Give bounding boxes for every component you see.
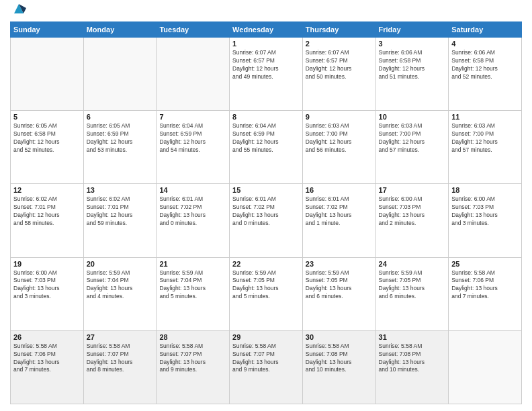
day-number: 18 (451, 186, 519, 194)
day-number: 10 (379, 113, 446, 121)
day-number: 8 (232, 113, 300, 121)
day-info: Sunrise: 6:07 AM Sunset: 6:57 PM Dayligh… (232, 49, 300, 81)
calendar-cell: 6Sunrise: 6:05 AM Sunset: 6:59 PM Daylig… (83, 111, 157, 184)
logo (10, 7, 26, 16)
day-number: 21 (159, 260, 226, 268)
calendar-cell: 31Sunrise: 5:58 AM Sunset: 7:08 PM Dayli… (375, 330, 449, 404)
day-number: 2 (306, 40, 373, 48)
day-info: Sunrise: 6:07 AM Sunset: 6:57 PM Dayligh… (306, 49, 373, 81)
day-info: Sunrise: 6:01 AM Sunset: 7:02 PM Dayligh… (159, 195, 226, 228)
day-number: 4 (451, 40, 519, 48)
day-info: Sunrise: 6:06 AM Sunset: 6:58 PM Dayligh… (379, 49, 446, 81)
calendar-cell: 19Sunrise: 6:00 AM Sunset: 7:03 PM Dayli… (11, 257, 84, 330)
day-number: 30 (306, 333, 373, 341)
day-number: 1 (232, 40, 300, 48)
calendar-cell: 7Sunrise: 6:04 AM Sunset: 6:59 PM Daylig… (157, 111, 230, 184)
calendar-cell: 11Sunrise: 6:03 AM Sunset: 7:00 PM Dayli… (449, 111, 522, 184)
weekday-header: Wednesday (230, 22, 303, 38)
calendar-cell (157, 38, 230, 111)
calendar-cell: 15Sunrise: 6:01 AM Sunset: 7:02 PM Dayli… (230, 184, 303, 257)
calendar-cell (11, 38, 84, 111)
day-info: Sunrise: 5:59 AM Sunset: 7:05 PM Dayligh… (232, 269, 300, 302)
day-info: Sunrise: 5:58 AM Sunset: 7:07 PM Dayligh… (87, 342, 154, 375)
day-info: Sunrise: 5:59 AM Sunset: 7:04 PM Dayligh… (87, 269, 154, 302)
day-number: 19 (13, 260, 81, 268)
day-info: Sunrise: 6:05 AM Sunset: 6:59 PM Dayligh… (87, 122, 154, 154)
day-info: Sunrise: 5:58 AM Sunset: 7:07 PM Dayligh… (232, 342, 300, 375)
day-number: 6 (87, 113, 154, 121)
day-number: 9 (306, 113, 373, 121)
day-number: 11 (451, 113, 519, 121)
weekday-header: Tuesday (157, 22, 230, 38)
day-number: 20 (87, 260, 154, 268)
calendar-cell: 13Sunrise: 6:02 AM Sunset: 7:01 PM Dayli… (83, 184, 157, 257)
calendar-cell: 25Sunrise: 5:58 AM Sunset: 7:06 PM Dayli… (449, 257, 522, 330)
calendar-cell: 27Sunrise: 5:58 AM Sunset: 7:07 PM Dayli… (83, 330, 157, 404)
day-number: 15 (232, 186, 300, 194)
day-info: Sunrise: 6:02 AM Sunset: 7:01 PM Dayligh… (87, 195, 154, 228)
day-info: Sunrise: 5:58 AM Sunset: 7:06 PM Dayligh… (13, 342, 81, 375)
day-info: Sunrise: 6:05 AM Sunset: 6:58 PM Dayligh… (13, 122, 81, 154)
calendar-cell: 1Sunrise: 6:07 AM Sunset: 6:57 PM Daylig… (230, 38, 303, 111)
day-info: Sunrise: 5:58 AM Sunset: 7:08 PM Dayligh… (306, 342, 373, 375)
day-info: Sunrise: 6:03 AM Sunset: 7:00 PM Dayligh… (451, 122, 519, 154)
weekday-header-row: SundayMondayTuesdayWednesdayThursdayFrid… (11, 22, 522, 38)
page: SundayMondayTuesdayWednesdayThursdayFrid… (0, 0, 532, 411)
calendar-cell: 10Sunrise: 6:03 AM Sunset: 7:00 PM Dayli… (375, 111, 449, 184)
day-number: 29 (232, 333, 300, 341)
calendar-week-row: 5Sunrise: 6:05 AM Sunset: 6:58 PM Daylig… (11, 111, 522, 184)
calendar-cell: 14Sunrise: 6:01 AM Sunset: 7:02 PM Dayli… (157, 184, 230, 257)
header (10, 7, 522, 16)
day-number: 23 (306, 260, 373, 268)
calendar-cell: 12Sunrise: 6:02 AM Sunset: 7:01 PM Dayli… (11, 184, 84, 257)
calendar-cell: 17Sunrise: 6:00 AM Sunset: 7:03 PM Dayli… (375, 184, 449, 257)
day-info: Sunrise: 5:59 AM Sunset: 7:05 PM Dayligh… (379, 269, 446, 302)
day-number: 17 (379, 186, 446, 194)
day-info: Sunrise: 6:01 AM Sunset: 7:02 PM Dayligh… (306, 195, 373, 228)
day-info: Sunrise: 6:03 AM Sunset: 7:00 PM Dayligh… (379, 122, 446, 154)
day-number: 22 (232, 260, 300, 268)
day-info: Sunrise: 5:58 AM Sunset: 7:06 PM Dayligh… (451, 269, 519, 302)
day-number: 12 (13, 186, 81, 194)
day-info: Sunrise: 6:00 AM Sunset: 7:03 PM Dayligh… (13, 269, 81, 302)
weekday-header: Monday (83, 22, 157, 38)
day-number: 25 (451, 260, 519, 268)
day-number: 31 (379, 333, 446, 341)
calendar-cell: 4Sunrise: 6:06 AM Sunset: 6:58 PM Daylig… (449, 38, 522, 111)
day-info: Sunrise: 6:04 AM Sunset: 6:59 PM Dayligh… (232, 122, 300, 154)
day-number: 27 (87, 333, 154, 341)
calendar-cell: 9Sunrise: 6:03 AM Sunset: 7:00 PM Daylig… (302, 111, 375, 184)
calendar-cell: 3Sunrise: 6:06 AM Sunset: 6:58 PM Daylig… (375, 38, 449, 111)
day-info: Sunrise: 6:00 AM Sunset: 7:03 PM Dayligh… (451, 195, 519, 228)
calendar-cell: 5Sunrise: 6:05 AM Sunset: 6:58 PM Daylig… (11, 111, 84, 184)
day-info: Sunrise: 5:58 AM Sunset: 7:07 PM Dayligh… (159, 342, 226, 375)
calendar-week-row: 1Sunrise: 6:07 AM Sunset: 6:57 PM Daylig… (11, 38, 522, 111)
day-number: 24 (379, 260, 446, 268)
calendar-table: SundayMondayTuesdayWednesdayThursdayFrid… (10, 21, 522, 404)
calendar-cell: 29Sunrise: 5:58 AM Sunset: 7:07 PM Dayli… (230, 330, 303, 404)
day-number: 7 (159, 113, 226, 121)
calendar-cell (83, 38, 157, 111)
day-info: Sunrise: 6:00 AM Sunset: 7:03 PM Dayligh… (379, 195, 446, 228)
calendar-week-row: 19Sunrise: 6:00 AM Sunset: 7:03 PM Dayli… (11, 257, 522, 330)
day-number: 14 (159, 186, 226, 194)
day-number: 26 (13, 333, 81, 341)
calendar-cell: 26Sunrise: 5:58 AM Sunset: 7:06 PM Dayli… (11, 330, 84, 404)
logo-icon (11, 1, 26, 16)
calendar-cell: 18Sunrise: 6:00 AM Sunset: 7:03 PM Dayli… (449, 184, 522, 257)
day-number: 3 (379, 40, 446, 48)
day-number: 13 (87, 186, 154, 194)
day-info: Sunrise: 6:04 AM Sunset: 6:59 PM Dayligh… (159, 122, 226, 154)
day-info: Sunrise: 5:59 AM Sunset: 7:04 PM Dayligh… (159, 269, 226, 302)
day-number: 5 (13, 113, 81, 121)
day-info: Sunrise: 5:59 AM Sunset: 7:05 PM Dayligh… (306, 269, 373, 302)
calendar-cell: 8Sunrise: 6:04 AM Sunset: 6:59 PM Daylig… (230, 111, 303, 184)
calendar-cell: 20Sunrise: 5:59 AM Sunset: 7:04 PM Dayli… (83, 257, 157, 330)
calendar-cell: 30Sunrise: 5:58 AM Sunset: 7:08 PM Dayli… (302, 330, 375, 404)
calendar-cell: 28Sunrise: 5:58 AM Sunset: 7:07 PM Dayli… (157, 330, 230, 404)
calendar-cell: 22Sunrise: 5:59 AM Sunset: 7:05 PM Dayli… (230, 257, 303, 330)
calendar-week-row: 12Sunrise: 6:02 AM Sunset: 7:01 PM Dayli… (11, 184, 522, 257)
day-info: Sunrise: 6:06 AM Sunset: 6:58 PM Dayligh… (451, 49, 519, 81)
day-number: 16 (306, 186, 373, 194)
calendar-cell: 23Sunrise: 5:59 AM Sunset: 7:05 PM Dayli… (302, 257, 375, 330)
